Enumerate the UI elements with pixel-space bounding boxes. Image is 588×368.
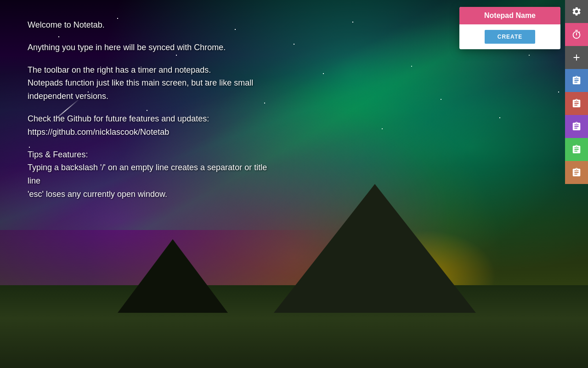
timer-button[interactable] (565, 23, 588, 46)
tips-line: Tips & Features:Typing a backslash '/' o… (28, 148, 459, 201)
add-notepad-button[interactable] (565, 46, 588, 69)
sync-line: Anything you type in here will be synced… (28, 41, 459, 54)
settings-button[interactable] (565, 0, 588, 23)
notepad-5-button[interactable] (565, 161, 588, 184)
notepad-4-button[interactable] (565, 138, 588, 161)
notepad-popup-header: Notepad Name (459, 7, 560, 24)
notepad-name-label: Notepad Name (484, 12, 536, 19)
notepad-icon-5 (571, 167, 582, 178)
github-line: Check the Github for future features and… (28, 112, 459, 139)
notepad-2-button[interactable] (565, 92, 588, 115)
timer-icon (571, 29, 582, 40)
notepad-popup-body: CREATE (459, 24, 560, 49)
notepad-icon-4 (571, 144, 582, 155)
notepad-1-button[interactable] (565, 69, 588, 92)
mountains (0, 207, 588, 368)
notepad-icon-2 (571, 98, 582, 109)
welcome-line: Welcome to Notetab. (28, 18, 459, 32)
notepad-icon-1 (571, 75, 582, 86)
main-content: Welcome to Notetab. Anything you type in… (28, 18, 459, 210)
toolbar-description: The toolbar on the right has a timer and… (28, 63, 459, 103)
toolbar (565, 0, 588, 368)
notepad-3-button[interactable] (565, 115, 588, 138)
plus-icon (571, 52, 582, 63)
notepad-icon-3 (571, 121, 582, 132)
mountain-left (118, 239, 228, 313)
create-button[interactable]: CREATE (485, 30, 535, 44)
notepad-popup: Notepad Name CREATE (459, 7, 560, 49)
gear-icon (571, 6, 582, 17)
